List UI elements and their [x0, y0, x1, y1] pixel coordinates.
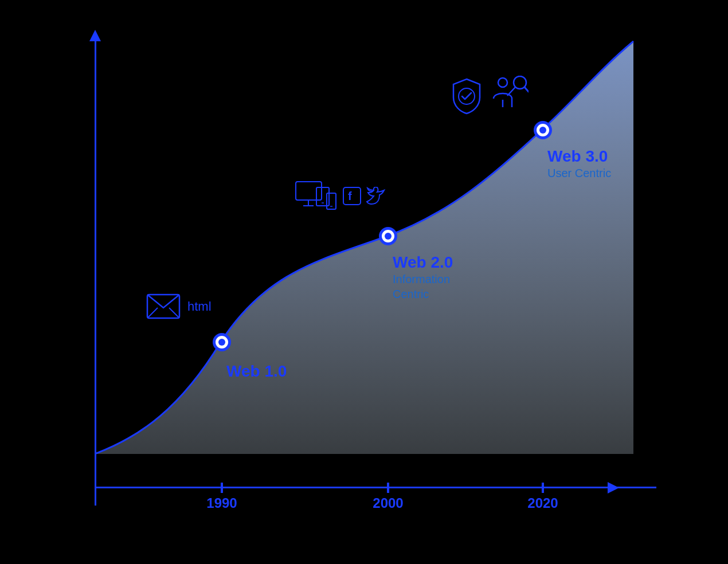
web20-label: Web 2.0 InformationCentric — [393, 253, 453, 301]
chart-curve — [95, 36, 645, 506]
web30-icons — [450, 76, 529, 116]
svg-rect-3 — [296, 182, 322, 200]
web30-label: Web 3.0 User Centric — [547, 147, 611, 181]
data-point-web20 — [379, 227, 397, 245]
facebook-icon: f — [343, 187, 361, 205]
data-point-web30 — [534, 121, 552, 139]
x-label-2020: 2020 — [527, 495, 558, 511]
svg-line-15 — [507, 87, 515, 96]
x-label-2000: 2000 — [373, 495, 403, 511]
email-icon — [146, 293, 181, 319]
svg-line-2 — [169, 308, 179, 318]
svg-rect-8 — [327, 193, 336, 209]
data-point-web10 — [213, 333, 231, 351]
svg-line-17 — [525, 87, 529, 92]
web20-icons: f — [295, 179, 386, 213]
web10-label: Web 1.0 — [226, 362, 287, 381]
svg-rect-10 — [343, 187, 361, 205]
shield-icon — [450, 77, 483, 115]
chart-container: 1990 2000 2020 Web 1.0 Web 2.0 Informati… — [49, 24, 679, 540]
html-text: html — [187, 299, 212, 314]
svg-point-13 — [498, 78, 507, 87]
devices-icon — [295, 179, 338, 213]
twitter-icon — [366, 187, 386, 205]
person-search-icon — [491, 76, 529, 116]
web10-icons: html — [146, 293, 212, 319]
tick-2020 — [542, 483, 544, 493]
x-label-1990: 1990 — [206, 495, 237, 511]
svg-point-12 — [459, 88, 475, 104]
tick-2000 — [387, 483, 389, 493]
tick-1990 — [221, 483, 223, 493]
svg-text:f: f — [348, 190, 352, 202]
svg-line-1 — [147, 308, 158, 318]
